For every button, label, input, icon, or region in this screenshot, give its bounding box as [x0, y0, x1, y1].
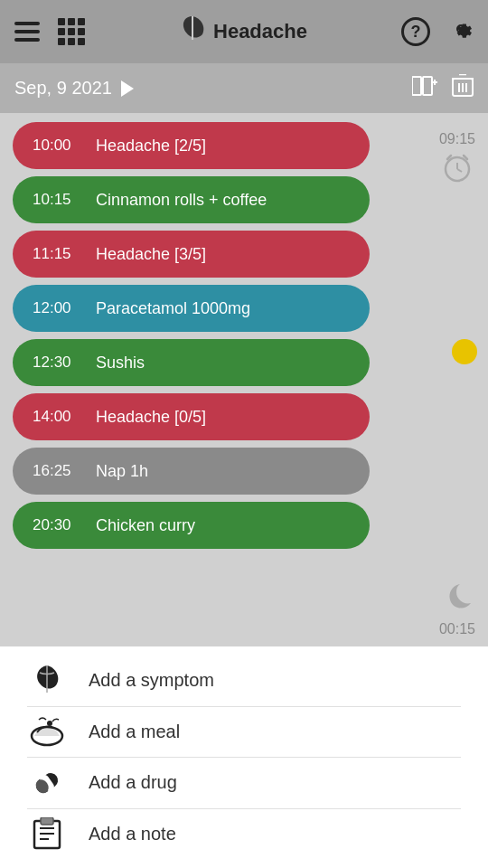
- event-time: 10:15: [33, 191, 87, 209]
- drug-icon: [27, 769, 67, 797]
- event-label: Sushis: [96, 354, 145, 373]
- timeline-event-item[interactable]: 14:00 Headache [0/5]: [13, 393, 370, 440]
- side-time-indicator-top: 09:15: [439, 131, 475, 190]
- timeline-event-item[interactable]: 10:00 Headache [2/5]: [13, 122, 370, 169]
- event-time: 14:00: [33, 408, 87, 426]
- settings-gear-button[interactable]: [448, 16, 474, 48]
- grid-view-button[interactable]: [58, 18, 85, 45]
- event-label: Chicken curry: [96, 516, 195, 535]
- timeline-event-item[interactable]: 11:15 Headache [3/5]: [13, 231, 370, 278]
- event-label: Nap 1h: [96, 462, 148, 481]
- help-button[interactable]: ?: [401, 17, 430, 46]
- timeline-event-item[interactable]: 20:30 Chicken curry: [13, 502, 370, 549]
- event-time: 10:00: [33, 137, 87, 155]
- meal-icon: [27, 716, 67, 747]
- delete-button[interactable]: [452, 74, 474, 103]
- svg-rect-1: [423, 77, 432, 95]
- timeline-event-item[interactable]: 16:25 Nap 1h: [13, 448, 370, 495]
- add-drug-button[interactable]: Add a drug: [27, 760, 461, 807]
- add-column-button[interactable]: [412, 75, 437, 102]
- event-label: Headache [3/5]: [96, 245, 206, 264]
- timeline-event-item[interactable]: 12:00 Paracetamol 1000mg: [13, 285, 370, 332]
- note-icon: [27, 817, 67, 850]
- hamburger-menu-button[interactable]: [14, 22, 40, 42]
- alarm-clock-icon: [441, 151, 474, 190]
- event-time: 16:25: [33, 462, 87, 480]
- event-label: Headache [0/5]: [96, 408, 206, 427]
- moon-icon: [442, 580, 473, 618]
- event-time: 11:15: [33, 245, 87, 263]
- svg-rect-0: [412, 77, 421, 95]
- add-meal-label: Add a meal: [89, 722, 180, 742]
- svg-line-12: [457, 169, 462, 172]
- top-time-label: 09:15: [439, 131, 475, 147]
- add-drug-label: Add a drug: [89, 772, 177, 793]
- symptom-icon: [27, 664, 67, 698]
- event-label: Paracetamol 1000mg: [96, 299, 250, 318]
- quick-add-panel: Add a symptom Add a meal Add a drug Add …: [0, 646, 488, 868]
- side-time-indicator-bottom: 00:15: [439, 580, 475, 637]
- add-meal-button[interactable]: Add a meal: [27, 708, 461, 755]
- date-navigation-bar: Sep, 9 2021: [0, 63, 488, 113]
- add-note-label: Add a note: [89, 824, 176, 844]
- app-title: Headache: [213, 20, 307, 43]
- event-time: 12:30: [33, 354, 87, 372]
- app-logo-icon: [179, 14, 206, 50]
- timeline-event-item[interactable]: 10:15 Cinnamon rolls + coffee: [13, 176, 370, 223]
- event-time: 12:00: [33, 299, 87, 317]
- svg-rect-24: [41, 817, 53, 825]
- event-label: Cinnamon rolls + coffee: [96, 191, 267, 210]
- bottom-time-label: 00:15: [439, 621, 475, 637]
- timeline-view: 09:15 00:15 10:00 Headache [2/5] 10:15 C: [0, 113, 488, 646]
- add-symptom-button[interactable]: Add a symptom: [27, 657, 461, 704]
- add-note-button[interactable]: Add a note: [27, 810, 461, 857]
- current-date: Sep, 9 2021: [14, 78, 112, 99]
- event-time: 20:30: [33, 516, 87, 534]
- events-list: 10:00 Headache [2/5] 10:15 Cinnamon roll…: [0, 113, 488, 558]
- next-date-button[interactable]: [121, 80, 134, 97]
- yellow-indicator-dot: [452, 339, 477, 364]
- event-label: Headache [2/5]: [96, 137, 206, 156]
- timeline-event-item[interactable]: 12:30 Sushis: [13, 339, 370, 386]
- top-navigation: Headache ?: [0, 0, 488, 63]
- svg-point-16: [47, 721, 52, 726]
- add-symptom-label: Add a symptom: [89, 670, 214, 691]
